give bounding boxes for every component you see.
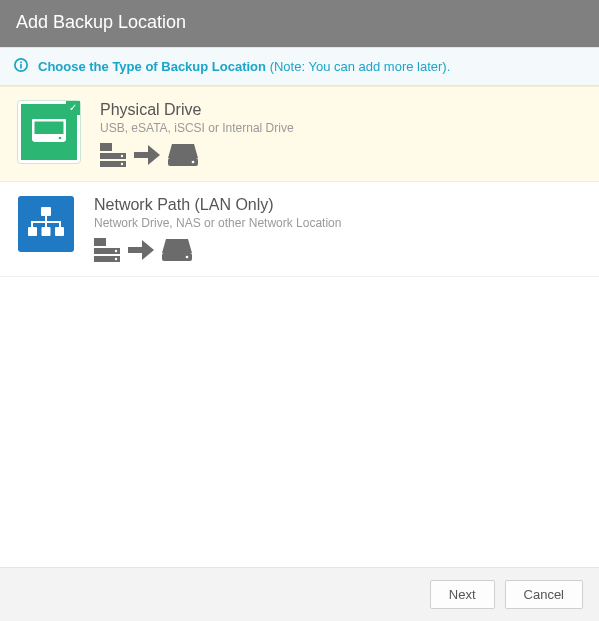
next-button[interactable]: Next — [430, 580, 495, 609]
svg-point-28 — [115, 258, 117, 260]
svg-marker-12 — [148, 145, 160, 165]
svg-point-10 — [121, 163, 123, 165]
arrow-right-icon — [134, 145, 160, 165]
cancel-button[interactable]: Cancel — [505, 580, 583, 609]
svg-point-32 — [186, 256, 189, 259]
svg-rect-6 — [100, 143, 112, 151]
option-body: Physical Drive USB, eSATA, iSCSI or Inte… — [100, 101, 581, 167]
svg-rect-2 — [20, 62, 22, 64]
info-note: (Note: You can add more later). — [270, 59, 451, 74]
external-drive-icon — [162, 239, 192, 261]
svg-point-5 — [59, 137, 62, 140]
svg-rect-11 — [134, 152, 148, 158]
drive-icon: ✓ — [18, 101, 80, 163]
option-title: Physical Drive — [100, 101, 581, 119]
option-subtitle: USB, eSATA, iSCSI or Internal Drive — [100, 121, 581, 135]
info-text: Choose the Type of Backup Location (Note… — [38, 59, 450, 74]
option-subtitle: Network Drive, NAS or other Network Loca… — [94, 216, 581, 230]
dialog-title: Add Backup Location — [0, 0, 599, 47]
svg-marker-30 — [142, 240, 154, 260]
svg-rect-23 — [55, 227, 64, 236]
svg-rect-24 — [94, 238, 106, 246]
svg-rect-22 — [42, 227, 51, 236]
svg-point-27 — [115, 250, 117, 252]
info-main: Choose the Type of Backup Location — [38, 59, 266, 74]
server-icon — [100, 143, 126, 167]
info-bar: Choose the Type of Backup Location (Note… — [0, 47, 599, 86]
svg-rect-29 — [128, 247, 142, 253]
network-icon — [18, 196, 74, 252]
svg-point-14 — [192, 161, 195, 164]
selected-check-icon: ✓ — [66, 101, 80, 115]
option-title: Network Path (LAN Only) — [94, 196, 581, 214]
dialog-footer: Next Cancel — [0, 567, 599, 621]
svg-rect-15 — [41, 207, 51, 216]
svg-rect-18 — [31, 221, 33, 227]
flow-icons — [100, 143, 581, 167]
server-icon — [94, 238, 120, 262]
dialog-window: Add Backup Location Choose the Type of B… — [0, 0, 599, 621]
info-icon — [14, 58, 28, 75]
spacer — [0, 277, 599, 567]
svg-rect-21 — [28, 227, 37, 236]
external-drive-icon — [168, 144, 198, 166]
svg-rect-20 — [45, 221, 47, 227]
svg-rect-19 — [59, 221, 61, 227]
flow-icons — [94, 238, 581, 262]
option-body: Network Path (LAN Only) Network Drive, N… — [94, 196, 581, 262]
svg-point-9 — [121, 155, 123, 157]
option-physical-drive[interactable]: ✓ Physical Drive USB, eSATA, iSCSI or In… — [0, 86, 599, 182]
option-network-path[interactable]: Network Path (LAN Only) Network Drive, N… — [0, 182, 599, 277]
svg-rect-1 — [20, 64, 22, 68]
arrow-right-icon — [128, 240, 154, 260]
